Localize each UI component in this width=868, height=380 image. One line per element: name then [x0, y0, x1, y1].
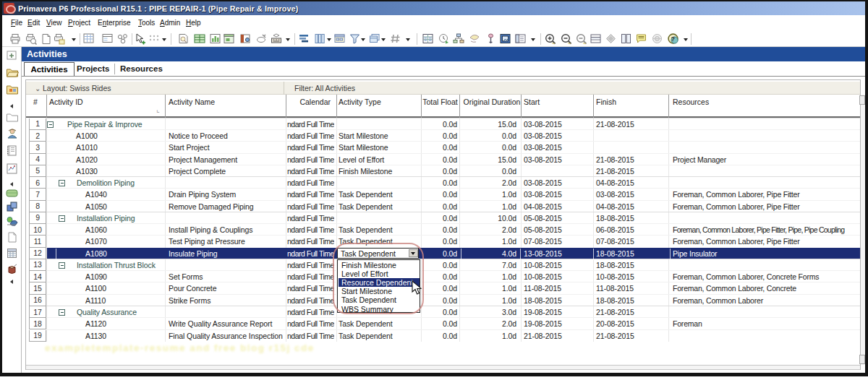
- svg-text:?: ?: [671, 35, 676, 43]
